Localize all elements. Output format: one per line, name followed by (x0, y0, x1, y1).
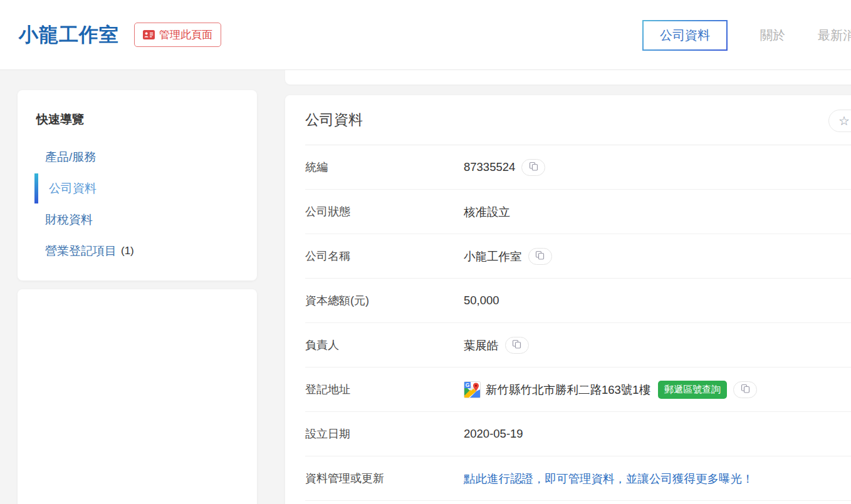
copy-icon (512, 339, 521, 351)
tab-company-info[interactable]: 公司資料 (642, 20, 728, 51)
field-value: 87335524 (464, 160, 515, 174)
field-value: 2020-05-19 (464, 427, 523, 441)
copy-button[interactable] (521, 159, 545, 176)
field-label: 負責人 (305, 337, 464, 352)
sidebar-item-label: 財稅資料 (45, 212, 93, 228)
info-row-established-date: 設立日期 2020-05-19 (305, 412, 851, 456)
panel-title: 公司資料 (305, 110, 363, 130)
info-row-tax-id: 統編 87335524 (305, 145, 851, 190)
field-label: 統編 (305, 160, 464, 175)
copy-button[interactable] (528, 248, 552, 265)
tab-news[interactable]: 最新消息 (818, 27, 851, 44)
field-label: 設立日期 (305, 426, 464, 441)
manage-page-label: 管理此頁面 (159, 28, 212, 42)
favorite-button[interactable]: ☆ (828, 110, 851, 132)
field-value: 新竹縣竹北市勝利二路163號1樓 (486, 382, 650, 398)
google-maps-icon[interactable]: G (464, 381, 481, 398)
svg-text:G: G (466, 382, 470, 388)
postal-code-badge[interactable]: 郵遞區號查詢 (658, 381, 727, 399)
panel-header: 公司資料 (305, 95, 851, 145)
content-area: 快速導覽 產品/服務 公司資料 財稅資料 營業登記項目 (1) (0, 70, 851, 504)
info-row-company-name: 公司名稱 小龍工作室 (305, 234, 851, 279)
star-icon: ☆ (838, 115, 850, 127)
sidebar: 快速導覽 產品/服務 公司資料 財稅資料 營業登記項目 (1) (18, 70, 257, 504)
sidebar-item-label: 產品/服務 (45, 149, 96, 165)
field-label: 登記地址 (305, 382, 464, 397)
info-row-address: 登記地址 G 新竹縣竹北市勝利二路163號1樓 郵遞區號 (305, 368, 851, 412)
sidebar-item-label: 公司資料 (49, 180, 97, 197)
sidebar-item-count: (1) (121, 245, 134, 257)
info-row-capital: 資本總額(元) 50,000 (305, 279, 851, 323)
sidebar-item-company-info[interactable]: 公司資料 (36, 173, 238, 204)
sidebar-item-tax[interactable]: 財稅資料 (36, 204, 238, 235)
copy-icon (529, 162, 538, 173)
verify-link[interactable]: 點此進行認證，即可管理資料，並讓公司獲得更多曝光！ (464, 471, 754, 486)
field-value: 小龍工作室 (464, 249, 522, 264)
copy-icon (741, 384, 750, 395)
sidebar-item-products[interactable]: 產品/服務 (36, 141, 238, 173)
main-column: 公司資料 ☆ 統編 87335524 (285, 70, 851, 504)
manage-page-button[interactable]: 管理此頁面 (134, 23, 221, 47)
field-value: 50,000 (464, 294, 499, 307)
info-row-status: 公司狀態 核准設立 (305, 190, 851, 234)
copy-icon (535, 250, 545, 262)
field-label: 公司名稱 (305, 249, 464, 264)
field-label: 資本總額(元) (305, 293, 464, 308)
header-nav: 公司資料 關於 最新消息 (642, 0, 851, 70)
quick-nav-list: 產品/服務 公司資料 財稅資料 營業登記項目 (1) (36, 141, 238, 267)
sidebar-item-label: 營業登記項目 (45, 243, 117, 259)
page-header: 小龍工作室 管理此頁面 公司資料 關於 最新消息 (0, 0, 851, 70)
company-info-panel: 公司資料 ☆ 統編 87335524 (285, 95, 851, 504)
sidebar-item-business-registrations[interactable]: 營業登記項目 (1) (36, 235, 238, 267)
field-label: 資料管理或更新 (305, 471, 464, 486)
id-card-icon (143, 30, 155, 39)
info-row-representative: 負責人 葉展皓 (305, 323, 851, 368)
copy-button[interactable] (733, 381, 757, 398)
company-title: 小龍工作室 (19, 22, 119, 48)
field-label: 公司狀態 (305, 204, 464, 219)
quick-nav-card: 快速導覽 產品/服務 公司資料 財稅資料 營業登記項目 (1) (18, 90, 257, 280)
quick-nav-title: 快速導覽 (36, 111, 238, 128)
copy-button[interactable] (505, 337, 529, 354)
field-value: 葉展皓 (464, 337, 499, 353)
info-row-data-management: 資料管理或更新 點此進行認證，即可管理資料，並讓公司獲得更多曝光！ (305, 456, 851, 501)
field-value: 核准設立 (464, 204, 510, 220)
sidebar-secondary-card (18, 289, 257, 504)
previous-card-edge (285, 70, 851, 85)
tab-about[interactable]: 關於 (760, 27, 785, 44)
